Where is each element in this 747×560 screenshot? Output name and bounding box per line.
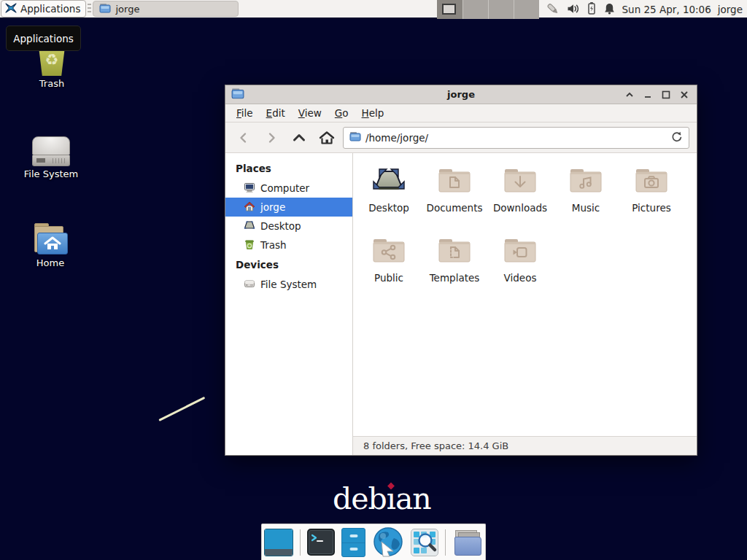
sidebar-header-devices: Devices [225, 254, 352, 275]
desktop-icon-file-system[interactable]: File System [18, 122, 85, 179]
panel-clock[interactable]: Sun 25 Apr, 10:06 [622, 4, 711, 15]
panel-grip[interactable] [88, 4, 91, 15]
folder-icon [99, 3, 111, 15]
file-view: Desktop Documents [353, 153, 697, 455]
sidebar: Places Computer jorge Desktop [225, 153, 353, 455]
sidebar-item-trash[interactable]: Trash [225, 236, 352, 254]
menu-help[interactable]: Help [355, 105, 391, 121]
taskbar-button-jorge[interactable]: jorge [93, 1, 239, 17]
desktop-icon-home[interactable]: Home [17, 211, 84, 268]
desktop-special-icon [371, 163, 406, 198]
file-item-label: Documents [427, 202, 483, 214]
home-icon [244, 201, 255, 214]
reload-icon[interactable] [670, 131, 683, 145]
statusbar-text: 8 folders, Free space: 14.4 GiB [363, 440, 508, 451]
file-item-downloads[interactable]: Downloads [487, 163, 553, 233]
workspace-1[interactable] [437, 0, 462, 19]
sidebar-item-label: File System [260, 279, 317, 290]
sidebar-item-desktop[interactable]: Desktop [225, 217, 352, 236]
sidebar-item-label: jorge [260, 201, 285, 213]
folder-templates-icon [437, 233, 472, 268]
volume-icon[interactable] [566, 2, 580, 18]
workspace-pager [437, 0, 539, 19]
debian-logo-text: an [395, 481, 431, 516]
folder-music-icon [568, 163, 603, 198]
sidebar-item-jorge[interactable]: jorge [225, 198, 352, 217]
tooltip-text: Applications [13, 33, 73, 44]
workspace-window-preview [442, 4, 456, 15]
menu-view[interactable]: View [292, 105, 328, 121]
back-button[interactable] [232, 127, 255, 149]
file-item-videos[interactable]: Videos [487, 233, 553, 303]
sidebar-item-file-system[interactable]: File System [225, 275, 352, 294]
dock-separator [445, 529, 446, 556]
file-item-label: Public [374, 272, 403, 284]
desktop-icon [244, 219, 255, 233]
system-tray [546, 1, 616, 18]
folder-videos-icon [503, 233, 538, 268]
show-desktop-icon[interactable] [264, 529, 293, 556]
file-item-music[interactable]: Music [553, 163, 619, 233]
file-item-templates[interactable]: Templates [422, 233, 487, 303]
application-finder-icon[interactable] [411, 529, 438, 556]
home-button[interactable] [315, 127, 338, 149]
close-button[interactable] [678, 88, 691, 101]
file-item-label: Templates [430, 272, 480, 284]
panel-username[interactable]: jorge [718, 4, 743, 15]
bottom-dock [261, 524, 486, 560]
sidebar-item-computer[interactable]: Computer [225, 179, 352, 198]
path-entry[interactable]: /home/jorge/ [343, 127, 689, 149]
hard-drive-icon [244, 278, 255, 292]
notification-bell-icon[interactable] [603, 2, 616, 18]
workspace-2[interactable] [462, 0, 488, 19]
menu-edit[interactable]: Edit [260, 105, 292, 121]
desktop-icon-label: Home [36, 257, 64, 268]
file-manager-window: jorge File Edit View Go Help [225, 85, 697, 456]
sidebar-header-places: Places [225, 158, 352, 179]
toolbar: /home/jorge/ [225, 122, 697, 153]
file-item-label: Downloads [493, 202, 547, 214]
path-text[interactable]: /home/jorge/ [365, 132, 666, 144]
window-titlebar[interactable]: jorge [225, 85, 697, 104]
applications-menu-button[interactable]: Applications [1, 0, 86, 18]
workspace-3[interactable] [488, 0, 514, 19]
menu-file[interactable]: File [230, 105, 260, 121]
sidebar-item-label: Desktop [260, 220, 301, 232]
web-browser-icon[interactable] [372, 526, 404, 559]
minimize-button[interactable] [641, 88, 654, 101]
battery-icon[interactable] [586, 1, 597, 18]
forward-button[interactable] [260, 127, 283, 149]
up-button[interactable] [287, 127, 311, 149]
file-item-pictures[interactable]: Pictures [619, 163, 684, 233]
shade-button[interactable] [623, 88, 636, 101]
file-item-label: Desktop [368, 202, 409, 214]
taskbar-button-label: jorge [115, 4, 139, 15]
file-item-label: Music [572, 202, 600, 214]
file-item-label: Videos [504, 272, 537, 284]
applications-menu-label: Applications [20, 3, 80, 15]
trash-icon [244, 238, 255, 252]
workspace-4[interactable] [514, 0, 539, 19]
file-item-public[interactable]: Public [356, 233, 422, 303]
file-item-desktop[interactable]: Desktop [356, 163, 422, 233]
dock-separator [300, 529, 301, 556]
folder-pictures-icon [634, 163, 669, 198]
maximize-button[interactable] [659, 88, 673, 101]
sidebar-item-label: Computer [260, 182, 309, 194]
desktop-icon-label: File System [24, 168, 78, 179]
desktop-icon-label: Trash [39, 78, 64, 89]
file-item-documents[interactable]: Documents [422, 163, 487, 233]
hard-drive-icon [32, 122, 70, 166]
menu-go[interactable]: Go [328, 105, 355, 121]
wallpaper-stroke-artifact [158, 397, 205, 421]
statusbar: 8 folders, Free space: 14.4 GiB [353, 436, 697, 455]
home-folder-icon [33, 211, 68, 255]
file-cabinet-icon[interactable] [341, 528, 365, 557]
folder-shortcut-icon[interactable] [452, 529, 483, 556]
folder-icon [349, 131, 361, 144]
debian-logo-text: deb [333, 481, 387, 516]
pen-tablet-icon[interactable] [546, 1, 560, 18]
file-item-label: Pictures [632, 202, 670, 214]
terminal-icon[interactable] [307, 529, 335, 556]
folder-public-icon [371, 233, 406, 268]
